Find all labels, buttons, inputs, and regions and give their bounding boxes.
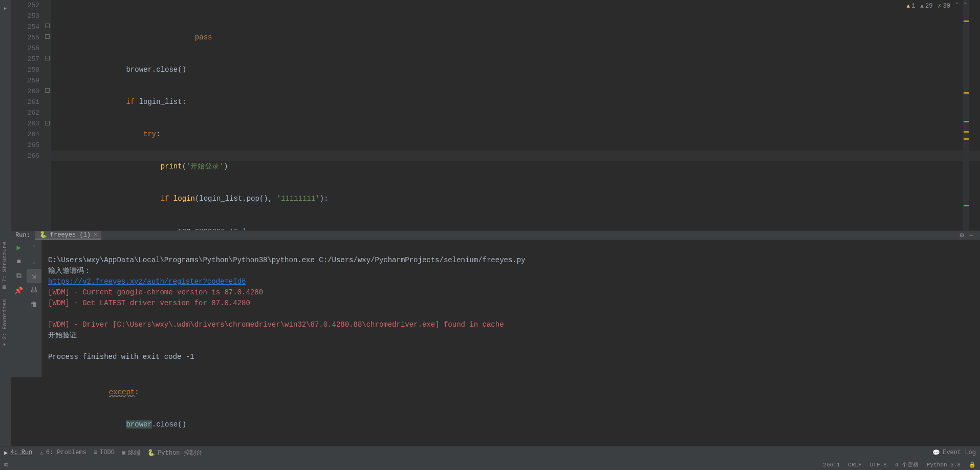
up-stack-button[interactable]: ↑ bbox=[27, 240, 42, 254]
indent-setting[interactable]: 4 个空格 bbox=[895, 461, 919, 468]
stripe-warning-icon[interactable] bbox=[964, 92, 969, 94]
balloon-icon: 💬 bbox=[932, 449, 940, 457]
trash-button[interactable]: 🗑 bbox=[27, 297, 42, 312]
fold-toggle-icon[interactable]: - bbox=[45, 56, 50, 60]
hide-icon[interactable]: — bbox=[967, 231, 976, 240]
line-gutter: 252253254 255256257 258259260 261262263 … bbox=[11, 0, 44, 230]
warning-triangle-icon: ▲ bbox=[920, 3, 924, 9]
run-tab-label: freeyes (1) bbox=[50, 231, 91, 239]
layout-button[interactable]: ⧉ bbox=[11, 269, 27, 283]
close-icon[interactable]: × bbox=[94, 231, 97, 239]
current-line-highlight bbox=[51, 151, 980, 161]
down-stack-button[interactable]: ↓ bbox=[27, 254, 42, 269]
fold-toggle-icon[interactable]: - bbox=[45, 121, 50, 125]
chevron-down-icon[interactable]: ˅ bbox=[964, 2, 967, 10]
run-tab[interactable]: ▶4: Run bbox=[4, 449, 32, 457]
terminal-icon: ▣ bbox=[122, 449, 125, 457]
code-editor[interactable]: 252253254 255256257 258259260 261262263 … bbox=[11, 0, 980, 230]
fold-toggle-icon[interactable]: - bbox=[45, 24, 50, 28]
chevron-up-icon[interactable]: ˄ bbox=[955, 2, 959, 10]
console-line: Process finished with exit code -1 bbox=[48, 353, 194, 361]
fold-toggle-icon[interactable]: - bbox=[45, 34, 50, 39]
pin-button[interactable]: 📌 bbox=[11, 283, 27, 297]
stripe-warning-icon[interactable] bbox=[964, 20, 969, 22]
stripe-warning-icon[interactable] bbox=[964, 121, 969, 122]
inspection-widget[interactable]: ▲1 ▲29 ✗30 ˄ ˅ bbox=[907, 2, 967, 10]
line-separator[interactable]: CRLF bbox=[848, 462, 861, 468]
console-link[interactable]: https://v2.freeyes.xyz/auth/register?cod… bbox=[48, 277, 246, 286]
warning-count[interactable]: ▲29 bbox=[920, 3, 932, 10]
lock-icon[interactable]: 🔒 bbox=[969, 461, 976, 468]
rerun-button[interactable]: ▶ bbox=[11, 240, 27, 254]
bottom-tool-tabs: ▶4: Run ⚠6: Problems ≡TODO ▣终端 🐍Python 控… bbox=[0, 446, 980, 459]
stripe-warning-icon[interactable] bbox=[964, 205, 969, 206]
fold-toggle-icon[interactable]: - bbox=[45, 88, 50, 93]
project-collapsed-icon[interactable]: ▸ bbox=[0, 4, 11, 12]
caret-position[interactable]: 266:1 bbox=[823, 462, 840, 468]
problems-tab[interactable]: ⚠6: Problems bbox=[39, 449, 86, 457]
console-output[interactable]: C:\Users\wxy\AppData\Local\Programs\Pyth… bbox=[42, 240, 980, 377]
structure-tab[interactable]: ▦7: Structure bbox=[0, 238, 9, 295]
print-button[interactable]: 🖶 bbox=[27, 283, 42, 297]
code-content[interactable]: pass brower.close() if login_list: try: … bbox=[51, 0, 980, 230]
favorites-tab[interactable]: ★2: Favorites bbox=[0, 295, 9, 352]
stop-button[interactable]: ■ bbox=[11, 254, 27, 269]
windows-icon[interactable]: ⧉ bbox=[4, 462, 8, 468]
fold-column: - - - - - bbox=[44, 0, 51, 230]
soft-wrap-button[interactable]: ⇲ bbox=[27, 269, 42, 283]
file-encoding[interactable]: UTF-8 bbox=[870, 462, 887, 468]
warning-icon: ⚠ bbox=[39, 449, 43, 457]
run-title: Run: bbox=[15, 232, 30, 239]
typo-icon: ✗ bbox=[938, 2, 941, 10]
error-stripe[interactable] bbox=[963, 0, 969, 230]
python-console-tab[interactable]: 🐍Python 控制台 bbox=[147, 448, 202, 457]
error-count[interactable]: ▲1 bbox=[907, 3, 916, 10]
run-controls: ▶ ↑ ■ ↓ ⧉ ⇲ 📌 🖶 🗑 bbox=[11, 240, 42, 377]
stripe-warning-icon[interactable] bbox=[964, 131, 969, 133]
console-line: [WDM] - Current google-chrome version is… bbox=[48, 288, 263, 296]
event-log-tab[interactable]: 💬Event Log bbox=[932, 449, 976, 457]
console-line: 开始验证 bbox=[48, 331, 77, 339]
console-line: [WDM] - Driver [C:\Users\wxy\.wdm\driver… bbox=[48, 321, 504, 329]
python-icon: 🐍 bbox=[147, 449, 155, 457]
console-line: [WDM] - Get LATEST driver version for 87… bbox=[48, 299, 250, 307]
console-line: C:\Users\wxy\AppData\Local\Programs\Pyth… bbox=[48, 256, 526, 264]
interpreter[interactable]: Python 3.8 bbox=[927, 462, 961, 468]
warning-triangle-icon: ▲ bbox=[907, 3, 910, 9]
console-line: 输入邀请码： bbox=[48, 267, 91, 275]
terminal-tab[interactable]: ▣终端 bbox=[122, 448, 140, 457]
gear-icon[interactable]: ⚙ bbox=[957, 231, 966, 240]
run-config-tab[interactable]: 🐍 freeyes (1) × bbox=[35, 231, 101, 240]
stripe-warning-icon[interactable] bbox=[964, 138, 969, 140]
todo-tab[interactable]: ≡TODO bbox=[94, 449, 115, 456]
weak-warning-count[interactable]: ✗30 bbox=[938, 2, 950, 10]
python-icon: 🐍 bbox=[39, 231, 47, 239]
left-tool-strip: ▸ ▦7: Structure ★2: Favorites bbox=[0, 0, 11, 470]
run-header: Run: 🐍 freeyes (1) × ⚙ — bbox=[11, 231, 980, 240]
status-bar: ⧉ 266:1 CRLF UTF-8 4 个空格 Python 3.8 🔒 bbox=[0, 459, 980, 470]
run-tool-window: Run: 🐍 freeyes (1) × ⚙ — ▶ ↑ ■ ↓ ⧉ ⇲ 📌 🖶… bbox=[11, 230, 980, 376]
play-icon: ▶ bbox=[4, 449, 8, 457]
todo-icon: ≡ bbox=[94, 449, 97, 456]
